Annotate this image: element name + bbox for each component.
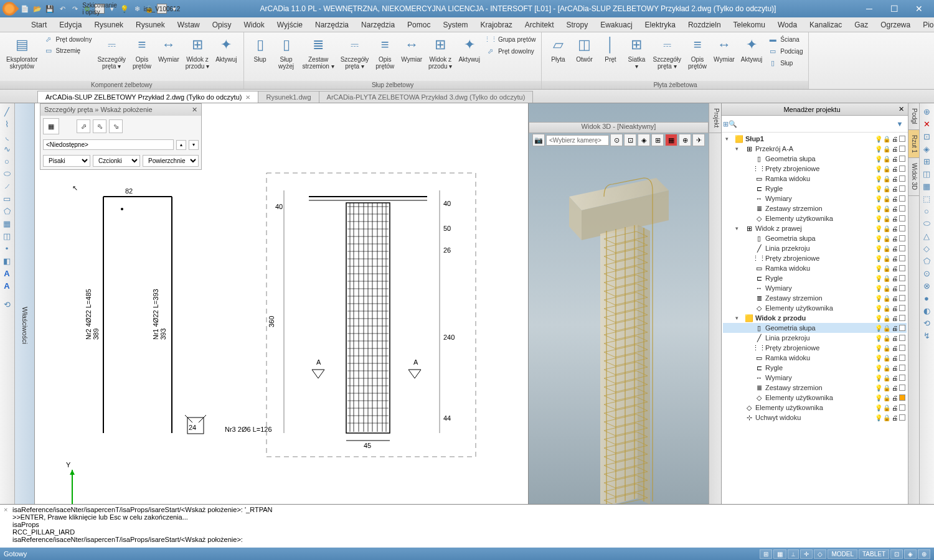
lock-icon[interactable]: 🔒 [883,195,890,202]
command-line[interactable]: × isaReference/isaceNter/isapercenT/isaP… [0,504,934,548]
ribbon-szczegóły-pręta-▾[interactable]: ⎓Szczegółypręta ▾ [650,34,684,71]
tree-node[interactable]: ◇Elementy użytkownika💡🔒🖨 [723,303,907,313]
pm-tool2-icon[interactable]: 🔍 [729,118,737,130]
bulb-icon[interactable]: 💡 [875,165,882,172]
color-icon[interactable] [899,156,905,162]
drawing-canvas[interactable]: Szczegóły pręta » Wskaż położenie✕ ▦ ⬀ ⬁… [35,103,528,548]
bulb-icon[interactable]: 💡 [875,314,882,322]
lock-icon[interactable]: 🔒 [883,235,890,242]
menutab-ewakuacj[interactable]: Ewakuacj [594,18,638,32]
color-icon[interactable] [899,166,905,172]
rtool-3-icon[interactable]: ⊡ [921,131,932,142]
bulb-icon[interactable]: 💡 [875,245,882,252]
bulb-icon[interactable]: 💡 [875,145,882,152]
status-tablet-button[interactable]: TABLET [859,549,889,559]
print-icon[interactable]: 🖨 [891,195,899,202]
print-icon[interactable]: 🖨 [891,135,899,142]
status-snap-icon[interactable]: ⊞ [760,549,772,559]
ribbon-zestaw-strzemion-▾[interactable]: ≣Zestawstrzemion ▾ [300,34,337,71]
ribbon-słup-wyżej[interactable]: ▯Słupwyżej [274,34,299,71]
tree-node[interactable]: ↔Wymiary💡🔒🖨 [723,373,907,383]
print-icon[interactable]: 🖨 [891,404,899,411]
color-icon[interactable] [899,225,905,231]
print-icon[interactable]: 🖨 [891,364,899,371]
view3d-camera-select[interactable]: <Wybierz kamerę> [546,135,609,146]
tab-widok3d[interactable]: Widok 3D [908,158,919,195]
bulb-icon[interactable]: 💡 [875,225,882,232]
print-icon[interactable]: 🖨 [891,185,899,192]
tree-node[interactable]: ▾⊞Widok z prawej💡🔒🖨 [723,223,907,233]
properties-tab[interactable]: Właściwości [15,103,35,548]
lock-icon[interactable]: 🔒 [883,344,890,352]
lock-icon[interactable]: 🔒 [883,384,890,391]
doctab[interactable]: ArCADia-SLUP ZELBETOWY Przykład 2.dwg (T… [37,91,258,103]
color-icon[interactable] [899,385,905,391]
print-icon[interactable]: 🖨 [891,374,899,381]
bulb-icon[interactable]: 💡 [875,235,882,242]
print-icon[interactable]: 🖨 [891,334,899,342]
qat-undo-icon[interactable]: ↶ [57,4,67,14]
lock-icon[interactable]: 🔒 [883,314,890,322]
lock-icon[interactable]: 🔒 [883,414,890,421]
bulb-icon[interactable]: 💡 [875,135,882,142]
color-icon[interactable] [899,265,905,271]
color-icon[interactable] [899,215,905,222]
panel-btn-1-icon[interactable]: ⬀ [77,119,90,133]
doctab[interactable]: ArCADia-PLYTA ZELBETOWA Przykład 3.dwg (… [319,91,534,103]
tree-node[interactable]: ▾⊞Przekrój A-A💡🔒🖨 [723,144,907,154]
color-icon[interactable] [899,295,905,301]
ribbon-pręt-dowolny[interactable]: ⬀Pręt dowolny [42,34,94,45]
tree-node[interactable]: ▯Geometria słupa💡🔒🖨 [723,323,907,333]
menutab-architekt[interactable]: Architekt [519,18,560,32]
menutab-wyjście[interactable]: Wyjście [271,18,309,32]
color-icon[interactable] [899,365,905,371]
bulb-icon[interactable]: 💡 [875,274,882,282]
ribbon-podciąg[interactable]: ▭Podciąg [766,45,804,57]
menutab-narzędzia[interactable]: Narzędzia [309,18,355,32]
panel-select-input[interactable] [43,139,174,150]
lock-icon[interactable]: 🔒 [883,304,890,312]
tool-hatch-icon[interactable]: ▦ [1,218,12,229]
ribbon-wymiar[interactable]: ↔Wymiar [399,34,425,64]
bulb-icon[interactable]: 💡 [875,215,882,222]
doctab-close-icon[interactable]: ✕ [245,94,250,101]
menutab-rysunek[interactable]: Rysunek [130,18,171,32]
print-icon[interactable]: 🖨 [891,384,899,391]
tool-ellipse-icon[interactable]: ⬭ [1,168,12,179]
lock-icon[interactable]: 🔒 [883,135,890,142]
lock-icon[interactable]: 🔒 [883,264,890,272]
tree-node[interactable]: ⋮⋮Pręty zbrojeniowe💡🔒🖨 [723,343,907,353]
tree-node[interactable]: ◇Elementy użytkownika💡🔒🖨 [723,213,907,223]
status-misc3-icon[interactable]: ⊕ [918,549,930,559]
status-misc1-icon[interactable]: ⊡ [890,549,903,559]
qat-new-icon[interactable]: 📄 [20,4,30,14]
bulb-icon[interactable]: 💡 [875,374,882,381]
tab-podglad[interactable]: Podgl [908,103,919,130]
view3d-btn1-icon[interactable]: ⊙ [610,134,623,146]
ribbon-widok-z-przodu-▾[interactable]: ⊞Widok zprzodu ▾ [426,34,455,71]
ribbon-ściana[interactable]: ▬Ściana [766,34,804,45]
tab-projekt[interactable]: Projekt [709,103,721,133]
lock-icon[interactable]: 🔒 [883,245,890,252]
rtool-16-icon[interactable]: ● [921,292,932,304]
print-icon[interactable]: 🖨 [891,245,899,252]
lock-icon[interactable]: 🔒 [883,254,890,262]
bulb-icon[interactable]: 💡 [875,205,882,212]
print-icon[interactable]: 🖨 [891,344,899,352]
panel-dd-pisaki[interactable]: Pisaki [43,155,90,167]
ribbon-explorer[interactable]: ▤Eksploratorskryptów [4,34,40,71]
rtool-7-icon[interactable]: ▦ [921,180,932,192]
status-model-button[interactable]: MODEL [828,549,857,559]
color-icon[interactable] [899,235,905,241]
tree-node[interactable]: ▭Ramka widoku💡🔒🖨 [723,353,907,363]
tree-node[interactable]: ▯Geometria słupa💡🔒🖨 [723,233,907,243]
panel-close-icon[interactable]: ✕ [192,106,197,114]
lock-icon[interactable]: 🔒 [883,274,890,282]
status-osnap-icon[interactable]: ◇ [814,549,826,559]
lock-icon[interactable]: 🔒 [883,364,890,371]
ribbon-strzemię[interactable]: ▭Strzemię [42,45,94,56]
lock-icon[interactable]: 🔒 [883,404,890,411]
menutab-kanalizac[interactable]: Kanalizac [803,18,848,32]
lock-icon[interactable]: 🔒 [883,155,890,162]
bulb-icon[interactable]: 💡 [875,264,882,272]
